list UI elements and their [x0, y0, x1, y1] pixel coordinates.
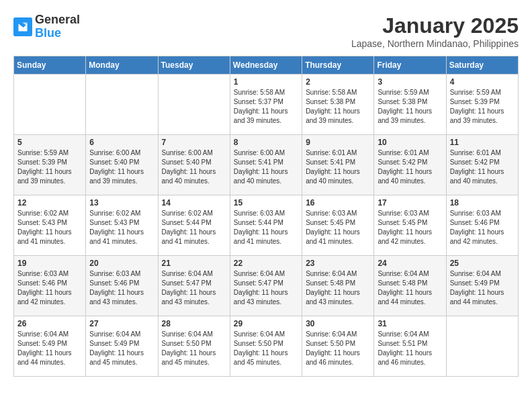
day-info: Sunrise: 6:04 AM Sunset: 5:48 PM Dayligh… [378, 269, 442, 307]
day-number: 22 [234, 259, 298, 268]
calendar-week-row: 19Sunrise: 6:03 AM Sunset: 5:46 PM Dayli… [14, 256, 519, 316]
day-info: Sunrise: 6:02 AM Sunset: 5:44 PM Dayligh… [162, 209, 226, 246]
calendar-cell: 4Sunrise: 5:59 AM Sunset: 5:39 PM Daylig… [446, 75, 518, 135]
calendar-cell: 5Sunrise: 5:59 AM Sunset: 5:39 PM Daylig… [14, 135, 86, 195]
calendar-cell: 16Sunrise: 6:03 AM Sunset: 5:45 PM Dayli… [302, 195, 374, 256]
day-number: 14 [162, 198, 226, 208]
day-info: Sunrise: 6:03 AM Sunset: 5:46 PM Dayligh… [17, 269, 82, 307]
day-info: Sunrise: 6:02 AM Sunset: 5:43 PM Dayligh… [89, 209, 154, 246]
day-info: Sunrise: 5:58 AM Sunset: 5:38 PM Dayligh… [306, 88, 370, 126]
calendar-cell: 14Sunrise: 6:02 AM Sunset: 5:44 PM Dayli… [158, 195, 230, 256]
day-info: Sunrise: 6:01 AM Sunset: 5:41 PM Dayligh… [306, 148, 370, 186]
calendar-cell: 30Sunrise: 6:04 AM Sunset: 5:50 PM Dayli… [302, 316, 374, 377]
day-number: 29 [234, 319, 298, 328]
month-title: January 2025 [351, 13, 519, 38]
page-header: General Blue January 2025 Lapase, Northe… [13, 13, 519, 49]
calendar-cell: 23Sunrise: 6:04 AM Sunset: 5:48 PM Dayli… [302, 256, 374, 316]
calendar-cell: 19Sunrise: 6:03 AM Sunset: 5:46 PM Dayli… [14, 256, 86, 316]
calendar-week-row: 5Sunrise: 5:59 AM Sunset: 5:39 PM Daylig… [14, 135, 519, 195]
calendar-cell [86, 75, 158, 135]
calendar-cell: 3Sunrise: 5:59 AM Sunset: 5:38 PM Daylig… [374, 75, 446, 135]
calendar-cell: 17Sunrise: 6:03 AM Sunset: 5:45 PM Dayli… [374, 195, 446, 256]
calendar-cell: 1Sunrise: 5:58 AM Sunset: 5:37 PM Daylig… [230, 75, 302, 135]
day-info: Sunrise: 6:04 AM Sunset: 5:47 PM Dayligh… [162, 269, 226, 307]
weekday-header: Friday [374, 56, 446, 75]
calendar-cell: 26Sunrise: 6:04 AM Sunset: 5:49 PM Dayli… [14, 316, 86, 377]
day-number: 26 [17, 319, 82, 328]
day-number: 19 [17, 259, 82, 268]
day-number: 31 [378, 319, 442, 328]
day-number: 2 [306, 77, 370, 87]
logo: General Blue [13, 13, 80, 40]
day-number: 28 [162, 319, 226, 328]
calendar-cell: 21Sunrise: 6:04 AM Sunset: 5:47 PM Dayli… [158, 256, 230, 316]
day-number: 8 [234, 138, 298, 147]
calendar-cell: 18Sunrise: 6:03 AM Sunset: 5:46 PM Dayli… [446, 195, 518, 256]
day-number: 1 [234, 77, 298, 87]
day-info: Sunrise: 6:04 AM Sunset: 5:49 PM Dayligh… [17, 330, 82, 367]
calendar-week-row: 26Sunrise: 6:04 AM Sunset: 5:49 PM Dayli… [14, 316, 519, 377]
day-number: 27 [89, 319, 154, 328]
day-info: Sunrise: 6:04 AM Sunset: 5:50 PM Dayligh… [306, 330, 370, 367]
day-info: Sunrise: 5:59 AM Sunset: 5:39 PM Dayligh… [17, 148, 82, 186]
day-info: Sunrise: 6:01 AM Sunset: 5:42 PM Dayligh… [378, 148, 442, 186]
calendar-cell [158, 75, 230, 135]
day-info: Sunrise: 6:03 AM Sunset: 5:46 PM Dayligh… [89, 269, 154, 307]
day-number: 4 [450, 77, 515, 87]
day-info: Sunrise: 6:01 AM Sunset: 5:42 PM Dayligh… [450, 148, 515, 186]
day-info: Sunrise: 6:04 AM Sunset: 5:49 PM Dayligh… [89, 330, 154, 367]
day-info: Sunrise: 6:04 AM Sunset: 5:50 PM Dayligh… [162, 330, 226, 367]
calendar-cell: 28Sunrise: 6:04 AM Sunset: 5:50 PM Dayli… [158, 316, 230, 377]
day-info: Sunrise: 5:59 AM Sunset: 5:39 PM Dayligh… [450, 88, 515, 126]
day-info: Sunrise: 6:04 AM Sunset: 5:47 PM Dayligh… [234, 269, 298, 307]
calendar-cell: 31Sunrise: 6:04 AM Sunset: 5:51 PM Dayli… [374, 316, 446, 377]
day-info: Sunrise: 6:04 AM Sunset: 5:50 PM Dayligh… [234, 330, 298, 367]
day-number: 13 [89, 198, 154, 208]
calendar-body: 1Sunrise: 5:58 AM Sunset: 5:37 PM Daylig… [14, 75, 519, 377]
day-info: Sunrise: 6:04 AM Sunset: 5:48 PM Dayligh… [306, 269, 370, 307]
calendar-cell: 29Sunrise: 6:04 AM Sunset: 5:50 PM Dayli… [230, 316, 302, 377]
calendar-cell: 13Sunrise: 6:02 AM Sunset: 5:43 PM Dayli… [86, 195, 158, 256]
calendar-cell: 8Sunrise: 6:00 AM Sunset: 5:41 PM Daylig… [230, 135, 302, 195]
calendar-week-row: 12Sunrise: 6:02 AM Sunset: 5:43 PM Dayli… [14, 195, 519, 256]
day-number: 10 [378, 138, 442, 147]
day-info: Sunrise: 5:59 AM Sunset: 5:38 PM Dayligh… [378, 88, 442, 126]
svg-rect-0 [13, 17, 32, 36]
calendar-cell: 27Sunrise: 6:04 AM Sunset: 5:49 PM Dayli… [86, 316, 158, 377]
weekday-header: Thursday [302, 56, 374, 75]
day-info: Sunrise: 6:00 AM Sunset: 5:40 PM Dayligh… [89, 148, 154, 186]
calendar-cell: 25Sunrise: 6:04 AM Sunset: 5:49 PM Dayli… [446, 256, 518, 316]
weekday-header: Tuesday [158, 56, 230, 75]
calendar-cell [446, 316, 518, 377]
weekday-header: Sunday [14, 56, 86, 75]
day-number: 9 [306, 138, 370, 147]
day-number: 11 [450, 138, 515, 147]
day-number: 17 [378, 198, 442, 208]
calendar-cell: 22Sunrise: 6:04 AM Sunset: 5:47 PM Dayli… [230, 256, 302, 316]
day-number: 30 [306, 319, 370, 328]
day-info: Sunrise: 6:03 AM Sunset: 5:46 PM Dayligh… [450, 209, 515, 246]
day-number: 3 [378, 77, 442, 87]
day-number: 24 [378, 259, 442, 268]
logo-icon [13, 17, 32, 36]
day-info: Sunrise: 6:00 AM Sunset: 5:40 PM Dayligh… [162, 148, 226, 186]
day-number: 15 [234, 198, 298, 208]
day-info: Sunrise: 6:04 AM Sunset: 5:49 PM Dayligh… [450, 269, 515, 307]
logo-text: General Blue [35, 13, 80, 40]
day-number: 6 [89, 138, 154, 147]
day-info: Sunrise: 6:04 AM Sunset: 5:51 PM Dayligh… [378, 330, 442, 367]
day-number: 16 [306, 198, 370, 208]
calendar-table: SundayMondayTuesdayWednesdayThursdayFrid… [13, 56, 519, 377]
day-info: Sunrise: 6:03 AM Sunset: 5:45 PM Dayligh… [306, 209, 370, 246]
location: Lapase, Northern Mindanao, Philippines [351, 38, 519, 49]
calendar-cell: 24Sunrise: 6:04 AM Sunset: 5:48 PM Dayli… [374, 256, 446, 316]
calendar-cell: 9Sunrise: 6:01 AM Sunset: 5:41 PM Daylig… [302, 135, 374, 195]
day-info: Sunrise: 6:00 AM Sunset: 5:41 PM Dayligh… [234, 148, 298, 186]
weekday-header: Saturday [446, 56, 518, 75]
day-info: Sunrise: 5:58 AM Sunset: 5:37 PM Dayligh… [234, 88, 298, 126]
day-number: 20 [89, 259, 154, 268]
calendar-week-row: 1Sunrise: 5:58 AM Sunset: 5:37 PM Daylig… [14, 75, 519, 135]
day-number: 18 [450, 198, 515, 208]
calendar-header: SundayMondayTuesdayWednesdayThursdayFrid… [14, 56, 519, 75]
weekday-header: Wednesday [230, 56, 302, 75]
